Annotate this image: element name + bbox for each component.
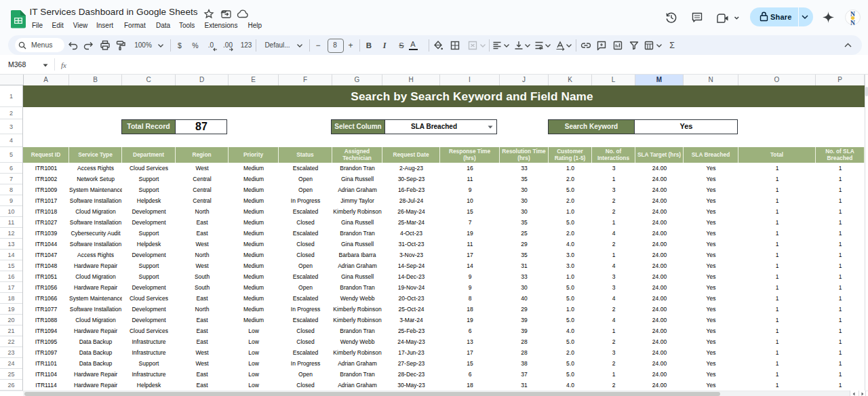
svg-text:N: N: [850, 20, 855, 25]
